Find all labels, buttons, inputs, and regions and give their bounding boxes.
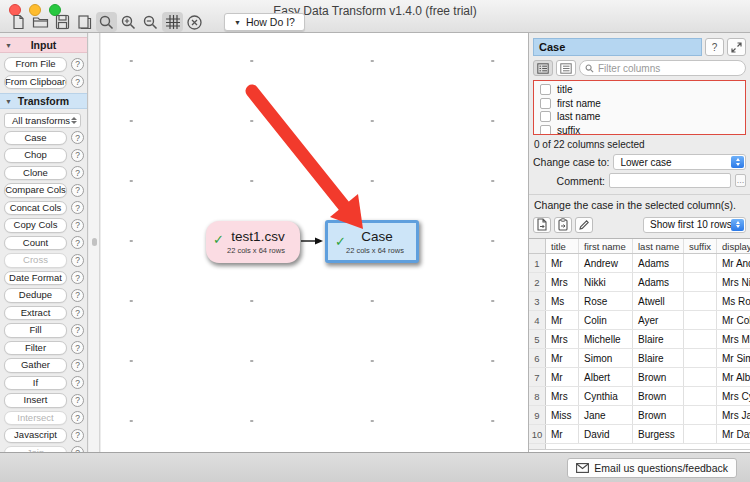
transform-button-cross[interactable]: Cross xyxy=(4,253,67,268)
new-document-button[interactable] xyxy=(8,12,29,32)
help-icon[interactable]: ? xyxy=(71,166,84,179)
comment-input[interactable] xyxy=(609,173,731,188)
column-option[interactable]: title xyxy=(537,83,745,97)
help-icon[interactable]: ? xyxy=(71,289,84,302)
help-icon[interactable]: ? xyxy=(71,254,84,267)
save-icon xyxy=(55,14,70,30)
comment-expand-button[interactable]: … xyxy=(735,174,746,187)
red-annotation-arrow xyxy=(101,33,528,452)
email-button-label: Email us questions/feedback xyxy=(594,462,728,474)
help-icon[interactable]: ? xyxy=(71,184,84,197)
table-row[interactable]: 6MrSimonBlaireMr Simon Blaire xyxy=(529,349,750,368)
transform-button-count[interactable]: Count xyxy=(4,236,67,251)
table-cell: 2 xyxy=(529,273,546,291)
transform-button-fill[interactable]: Fill xyxy=(4,323,67,338)
help-icon[interactable]: ? xyxy=(71,306,84,319)
table-row[interactable]: 7MrAlbertBrownMr Albert Brown xyxy=(529,368,750,387)
column-select-list[interactable]: title first name last name suffix xyxy=(533,80,746,135)
help-icon[interactable]: ? xyxy=(71,324,84,337)
table-row[interactable]: 8MrsCynthiaBrownMrs Cynthia Brown xyxy=(529,387,750,406)
plain-list-view-button[interactable] xyxy=(556,60,576,76)
select-mode-button[interactable] xyxy=(96,12,117,32)
checkbox-unchecked[interactable] xyxy=(540,111,551,122)
transform-button-filter[interactable]: Filter xyxy=(4,341,67,356)
column-option[interactable]: last name xyxy=(537,110,745,124)
toggle-grid-button[interactable] xyxy=(162,12,183,32)
transform-button-clone[interactable]: Clone xyxy=(4,166,67,181)
table-row[interactable]: 9MissJaneBrownMrs Jane Brown xyxy=(529,406,750,425)
filter-columns-input[interactable]: Filter columns xyxy=(579,60,746,76)
sidebar-scrollbar[interactable] xyxy=(89,33,100,452)
checkbox-unchecked[interactable] xyxy=(540,98,551,109)
input-section-header[interactable]: ▼ Input xyxy=(0,37,87,53)
help-icon[interactable]: ? xyxy=(71,394,84,407)
help-icon[interactable]: ? xyxy=(71,236,84,249)
transform-button-compare-cols[interactable]: Compare Cols xyxy=(4,183,67,198)
node-test1-csv[interactable]: ✓ test1.csv 22 cols x 64 rows xyxy=(206,221,300,263)
help-icon[interactable]: ? xyxy=(71,411,84,424)
help-icon[interactable]: ? xyxy=(71,201,84,214)
column-option[interactable]: suffix xyxy=(537,124,745,136)
collapse-triangle-icon[interactable]: ▼ xyxy=(5,42,12,49)
help-icon[interactable]: ? xyxy=(71,271,84,284)
table-row[interactable]: 10MrDavidBurgessMr David Burgess xyxy=(529,425,750,444)
help-icon[interactable]: ? xyxy=(71,149,84,162)
transform-button-dedupe[interactable]: Dedupe xyxy=(4,288,67,303)
column-option[interactable]: first name xyxy=(537,97,745,111)
preview-table: titlefirst namelast namesuffixdisplay na… xyxy=(529,238,750,452)
duplicate-button[interactable] xyxy=(74,12,95,32)
expand-panel-button[interactable] xyxy=(727,38,746,56)
checkbox-list-view-button[interactable] xyxy=(533,60,553,76)
table-row[interactable]: 5MrsMichelleBlaireMrs Michelle Blaire xyxy=(529,330,750,349)
scrollbar-thumb[interactable] xyxy=(92,238,97,246)
table-row[interactable]: 4MrColinAyerMr Colin Ayer xyxy=(529,311,750,330)
transform-button-extract[interactable]: Extract xyxy=(4,306,67,321)
transform-filter-dropdown[interactable]: All transforms xyxy=(4,113,81,128)
change-case-select[interactable]: Lower case xyxy=(613,154,746,170)
help-icon[interactable]: ? xyxy=(71,359,84,372)
help-icon[interactable]: ? xyxy=(71,429,84,442)
from-clipboard-button[interactable]: From Clipboard xyxy=(4,75,67,90)
help-icon[interactable]: ? xyxy=(71,58,84,71)
help-icon[interactable]: ? xyxy=(71,75,84,88)
table-row[interactable]: 3MsRoseAtwellMs Rose Atwell xyxy=(529,292,750,311)
transform-button-intersect[interactable]: Intersect xyxy=(4,411,67,426)
collapse-triangle-icon[interactable]: ▼ xyxy=(5,98,12,105)
transform-button-date-format[interactable]: Date Format xyxy=(4,271,67,286)
from-file-button[interactable]: From File xyxy=(4,57,67,72)
open-file-button[interactable] xyxy=(30,12,51,32)
how-do-i-button[interactable]: ▼ How Do I? xyxy=(224,13,305,31)
table-cell xyxy=(684,311,717,329)
zoom-out-button[interactable] xyxy=(140,12,161,32)
transform-button-javascript[interactable]: Javascript xyxy=(4,428,67,443)
table-row[interactable]: 2MrsNikkiAdamsMrs Nikki Adams xyxy=(529,273,750,292)
transform-button-if[interactable]: If xyxy=(4,376,67,391)
email-feedback-button[interactable]: Email us questions/feedback xyxy=(567,458,737,478)
workspace-canvas[interactable]: ✓ test1.csv 22 cols x 64 rows ✓ Case 22 … xyxy=(101,33,528,452)
node-case[interactable]: ✓ Case 22 cols x 64 rows xyxy=(325,220,419,263)
transform-button-chop[interactable]: Chop xyxy=(4,148,67,163)
transform-button-gather[interactable]: Gather xyxy=(4,358,67,373)
edit-button[interactable] xyxy=(575,217,593,233)
transform-button-case[interactable]: Case xyxy=(4,131,67,146)
cancel-button[interactable] xyxy=(184,12,205,32)
transform-button-copy-cols[interactable]: Copy Cols xyxy=(4,218,67,233)
show-rows-select[interactable]: Show first 10 rows xyxy=(643,217,746,233)
transform-button-concat-cols[interactable]: Concat Cols xyxy=(4,201,67,216)
transform-section-header[interactable]: ▼ Transform xyxy=(0,93,87,109)
transform-button-insert[interactable]: Insert xyxy=(4,393,67,408)
save-button[interactable] xyxy=(52,12,73,32)
copy-to-clipboard-button[interactable] xyxy=(554,217,572,233)
sidebar-item: Cross ? xyxy=(0,253,87,268)
help-icon[interactable]: ? xyxy=(71,219,84,232)
copy-to-file-button[interactable] xyxy=(533,217,551,233)
help-icon[interactable]: ? xyxy=(71,131,84,144)
checkbox-unchecked[interactable] xyxy=(540,125,551,135)
zoom-in-icon xyxy=(120,14,137,31)
help-icon[interactable]: ? xyxy=(71,341,84,354)
table-row[interactable]: 1MrAndrewAdamsMr Andrew Adams xyxy=(529,254,750,273)
zoom-in-button[interactable] xyxy=(118,12,139,32)
help-icon[interactable]: ? xyxy=(71,376,84,389)
help-button[interactable]: ? xyxy=(705,38,724,56)
checkbox-unchecked[interactable] xyxy=(540,84,551,95)
